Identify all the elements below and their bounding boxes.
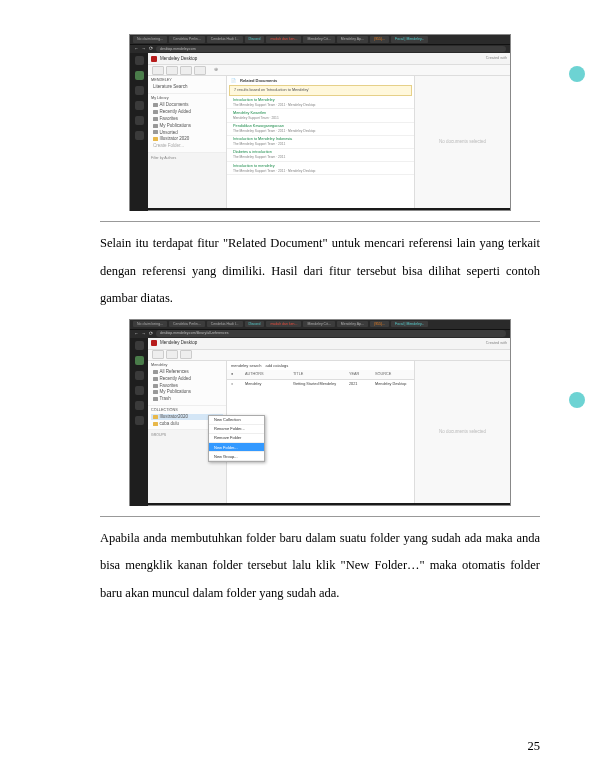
mendeley-logo-icon bbox=[151, 56, 157, 62]
url-bar: ←→⟳ desktop.mendeley.com bbox=[130, 44, 510, 53]
mendeley-logo-icon bbox=[151, 340, 157, 346]
divider bbox=[100, 516, 540, 517]
ctx-new-collection[interactable]: New Collection bbox=[209, 416, 264, 425]
screenshot-new-folder: No claim being... Cendekia Perlin... Cen… bbox=[129, 319, 511, 506]
browser-tabs: No claim being... Cendekia Perlin... Cen… bbox=[130, 320, 510, 329]
ctx-rename[interactable]: Rename Folder... bbox=[209, 425, 264, 434]
annotation-badge-icon bbox=[569, 392, 585, 408]
browser-tabs: No claim being... Cendekia Perlin... Cen… bbox=[130, 35, 510, 44]
app-title: Mendeley Desktop bbox=[160, 56, 197, 62]
screenshot-related-documents: No claim being... Cendekia Perlin... Cen… bbox=[129, 34, 511, 211]
details-panel: No documents selected bbox=[414, 76, 510, 208]
divider bbox=[100, 221, 540, 222]
sidebar: MENDELEY Literature Search My Library Al… bbox=[148, 76, 227, 208]
paragraph-1: Selain itu terdapat fitur "Related Docum… bbox=[100, 230, 540, 313]
toolbar: ⊕ bbox=[148, 65, 510, 76]
ctx-new-folder[interactable]: New Folder... bbox=[209, 443, 264, 452]
main-panel: 📄Related Documents 7 results based on 'I… bbox=[227, 76, 414, 208]
paragraph-2: Apabila anda membutuhkan folder baru dal… bbox=[100, 525, 540, 608]
details-panel: No documents selected bbox=[414, 361, 510, 503]
info-banner: 7 results based on 'Introduction to Mend… bbox=[229, 85, 412, 96]
os-dock bbox=[130, 53, 148, 211]
filter-panel: Filter by Authors bbox=[148, 153, 226, 208]
annotation-badge-icon bbox=[569, 66, 585, 82]
page-number: 25 bbox=[528, 733, 541, 761]
os-dock bbox=[130, 338, 148, 506]
ctx-remove[interactable]: Remove Folder bbox=[209, 434, 264, 443]
ctx-new-group[interactable]: New Group... bbox=[209, 452, 264, 461]
mendeley-app: Mendeley Desktop Created with ⊕ MENDELEY… bbox=[148, 53, 510, 208]
context-menu[interactable]: New Collection Rename Folder... Remove F… bbox=[208, 415, 265, 463]
